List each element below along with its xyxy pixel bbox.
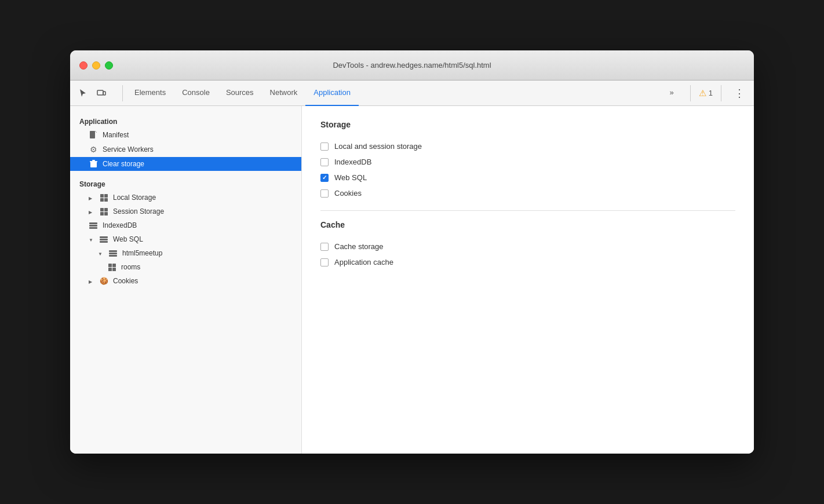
section-divider — [320, 210, 735, 211]
close-button[interactable] — [79, 61, 87, 70]
toolbar-right-divider — [690, 85, 691, 101]
checkbox-web-sql[interactable]: Web SQL — [320, 170, 735, 185]
storage-section-title: Storage — [320, 120, 735, 129]
toolbar-divider — [122, 85, 123, 101]
checkbox-web-sql-box[interactable] — [320, 174, 329, 182]
svg-rect-1 — [103, 92, 105, 95]
svg-rect-0 — [97, 90, 103, 95]
svg-rect-6 — [90, 161, 97, 162]
sidebar-item-clear-storage[interactable]: Clear storage — [70, 157, 301, 171]
warning-badge[interactable]: ⚠ 1 — [699, 88, 713, 98]
devtools-window: DevTools - andrew.hedges.name/html5/sql.… — [70, 50, 754, 454]
warning-icon: ⚠ — [699, 88, 706, 98]
tab-sources[interactable]: Sources — [218, 81, 262, 106]
tab-network[interactable]: Network — [262, 81, 306, 106]
toolbar-right-divider2 — [721, 85, 721, 101]
sidebar-item-service-workers[interactable]: ⚙ Service Workers — [70, 142, 301, 157]
sidebar-section-application: Application — [70, 113, 301, 128]
checkbox-local-session-box[interactable] — [320, 143, 329, 151]
checkbox-cache-storage[interactable]: Cache storage — [320, 239, 735, 254]
svg-rect-2 — [90, 131, 95, 138]
sidebar-item-rooms[interactable]: rooms — [70, 260, 301, 274]
gear-icon: ⚙ — [89, 145, 98, 154]
storage-section: Storage Local and session storage Indexe… — [320, 120, 735, 201]
chevron-right-icon[interactable] — [89, 195, 94, 201]
checkbox-indexed-db-box[interactable] — [320, 158, 329, 166]
toolbar-right: » ⚠ 1 ⋮ — [657, 81, 749, 106]
sidebar-item-web-sql[interactable]: Web SQL — [70, 232, 301, 246]
svg-rect-5 — [90, 162, 97, 167]
checkbox-app-cache[interactable]: Application cache — [320, 254, 735, 270]
chevron-down-icon-websql[interactable] — [89, 236, 94, 243]
sidebar-item-manifest[interactable]: Manifest — [70, 128, 301, 142]
responsive-icon[interactable] — [93, 85, 110, 101]
grid-icon-session-storage — [99, 208, 108, 216]
main-content: Storage Local and session storage Indexe… — [302, 106, 754, 454]
chevron-right-icon-cookies[interactable] — [89, 278, 94, 284]
tab-console[interactable]: Console — [174, 81, 218, 106]
titlebar: DevTools - andrew.hedges.name/html5/sql.… — [70, 50, 754, 81]
checkbox-cookies-box[interactable] — [320, 189, 329, 198]
manifest-icon — [89, 131, 98, 139]
toolbar: Elements Console Sources Network Applica… — [70, 81, 754, 106]
toolbar-tabs: Elements Console Sources Network Applica… — [126, 81, 657, 106]
cursor-icon[interactable] — [75, 85, 91, 101]
trash-icon — [89, 160, 98, 168]
chevron-right-icon-session[interactable] — [89, 209, 94, 215]
window-title: DevTools - andrew.hedges.name/html5/sql.… — [333, 61, 491, 70]
sidebar-item-html5meetup[interactable]: html5meetup — [70, 246, 301, 260]
toolbar-icons — [75, 85, 116, 101]
minimize-button[interactable] — [92, 61, 100, 70]
tab-application[interactable]: Application — [305, 81, 359, 106]
db-icon-indexed — [89, 222, 98, 229]
devtools-body: Application Manifest ⚙ Service Workers — [70, 106, 754, 454]
tab-elements[interactable]: Elements — [126, 81, 174, 106]
cache-section-title: Cache — [320, 220, 735, 229]
more-tabs-button[interactable]: » — [662, 81, 682, 106]
grid-icon-rooms — [107, 264, 116, 271]
cache-section: Cache Cache storage Application cache — [320, 220, 735, 270]
chevron-down-icon-html5meetup[interactable] — [98, 250, 104, 257]
more-options-button[interactable]: ⋮ — [730, 85, 749, 102]
checkbox-cookies[interactable]: Cookies — [320, 185, 735, 201]
svg-rect-7 — [92, 160, 95, 161]
db-icon-websql — [99, 236, 108, 243]
db-icon-html5meetup — [108, 250, 118, 257]
sidebar: Application Manifest ⚙ Service Workers — [70, 106, 302, 454]
sidebar-item-indexed-db[interactable]: IndexedDB — [70, 218, 301, 232]
checkbox-local-session[interactable]: Local and session storage — [320, 138, 735, 154]
sidebar-section-storage: Storage — [70, 176, 301, 191]
grid-icon-local-storage — [99, 194, 108, 202]
sidebar-item-local-storage[interactable]: Local Storage — [70, 191, 301, 204]
sidebar-item-cookies[interactable]: 🍪 Cookies — [70, 274, 301, 288]
checkbox-cache-storage-box[interactable] — [320, 243, 329, 251]
traffic-lights — [79, 61, 113, 70]
checkbox-app-cache-box[interactable] — [320, 258, 329, 266]
checkbox-indexed-db[interactable]: IndexedDB — [320, 154, 735, 170]
sidebar-item-session-storage[interactable]: Session Storage — [70, 204, 301, 218]
cookies-icon: 🍪 — [99, 277, 108, 285]
maximize-button[interactable] — [105, 61, 113, 70]
